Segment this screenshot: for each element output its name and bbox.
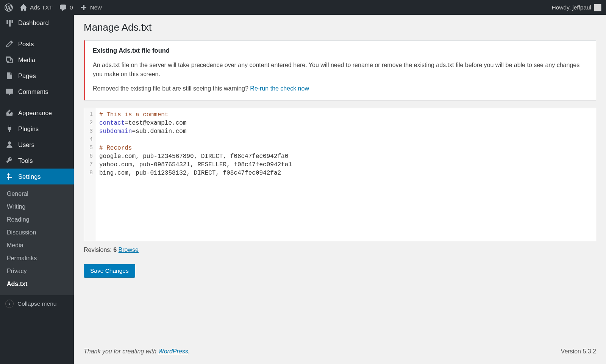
submenu-item[interactable]: General [0, 187, 74, 200]
submenu-item[interactable]: Ads.txt [0, 278, 74, 291]
menu-item-pages[interactable]: Pages [0, 68, 74, 84]
code-line [99, 136, 593, 144]
menu-label: Tools [18, 157, 33, 164]
menu-item-comments[interactable]: Comments [0, 84, 74, 100]
avatar [594, 4, 601, 11]
menu-items: DashboardPostsMediaPagesCommentsAppearan… [0, 15, 74, 184]
comment-icon [59, 4, 67, 11]
menu-label: Media [18, 56, 35, 64]
menu-label: Comments [18, 88, 48, 95]
tools-icon [5, 156, 14, 165]
site-name-link[interactable]: Ads TXT [20, 4, 53, 11]
wp-logo[interactable] [5, 3, 13, 12]
dashboard-icon [5, 19, 14, 27]
submenu-item[interactable]: Permalinks [0, 252, 74, 265]
menu-label: Posts [18, 41, 34, 48]
code-line: yahoo.com, pub-0987654321, RESELLER, f08… [99, 161, 593, 169]
page-title: Manage Ads.txt [84, 22, 596, 33]
appearance-icon [5, 109, 14, 117]
save-button[interactable]: Save Changes [84, 264, 135, 278]
code-line: bing.com, pub-0112358132, DIRECT, f08c47… [99, 169, 593, 177]
code-line: google.com, pub-1234567890, DIRECT, f08c… [99, 152, 593, 161]
collapse-icon [5, 300, 14, 308]
footer-wordpress-link[interactable]: WordPress [158, 348, 188, 355]
menu-label: Settings [18, 173, 41, 180]
menu-item-posts[interactable]: Posts [0, 36, 74, 52]
code-line: # This is a comment [99, 111, 593, 119]
code-editor[interactable]: 12345678 # This is a commentcontact=test… [84, 108, 596, 241]
revisions-count: 6 [113, 247, 117, 253]
settings-icon [5, 172, 14, 181]
wpfooter: Thank you for creating with WordPress. V… [74, 341, 606, 364]
line-numbers: 12345678 [84, 108, 96, 241]
adminbar-left: Ads TXT 0 New [5, 3, 102, 12]
submenu-item[interactable]: Discussion [0, 226, 74, 239]
adminbar-right: Howdy, jeffpaul [551, 4, 601, 11]
footer-thanks: Thank you for creating with WordPress. [84, 348, 190, 355]
home-icon [20, 4, 27, 11]
plugins-icon [5, 125, 14, 133]
menu-item-users[interactable]: Users [0, 137, 74, 153]
footer-version: Version 5.3.2 [561, 348, 596, 355]
howdy-prefix: Howdy, [551, 4, 572, 11]
comments-link[interactable]: 0 [59, 4, 73, 11]
wordpress-icon [5, 3, 13, 12]
new-label: New [90, 4, 102, 11]
submenu-item[interactable]: Privacy [0, 265, 74, 278]
notice-ads-txt-exists: Existing Ads.txt file found An ads.txt f… [84, 40, 596, 100]
my-account-link[interactable]: Howdy, jeffpaul [551, 4, 601, 11]
new-content[interactable]: New [80, 4, 102, 11]
code-content[interactable]: # This is a commentcontact=test@example.… [96, 108, 596, 241]
notice-body: An ads.txt file on the server will take … [93, 61, 588, 79]
posts-icon [5, 40, 14, 48]
menu-item-settings[interactable]: Settings [0, 169, 74, 184]
site-name: Ads TXT [30, 4, 53, 11]
collapse-label: Collapse menu [17, 300, 56, 307]
submenu-item[interactable]: Media [0, 239, 74, 252]
notice-prompt: Removed the existing file but are still … [93, 84, 588, 93]
submenu-item[interactable]: Reading [0, 213, 74, 226]
wrap: Manage Ads.txt Existing Ads.txt file fou… [74, 15, 606, 341]
media-icon [5, 56, 14, 64]
adminmenu: DashboardPostsMediaPagesCommentsAppearan… [0, 15, 74, 364]
menu-label: Pages [18, 72, 36, 80]
menu-label: Users [18, 141, 34, 148]
users-icon [5, 141, 14, 149]
notice-title: Existing Ads.txt file found [93, 46, 588, 55]
menu-item-media[interactable]: Media [0, 52, 74, 68]
pages-icon [5, 72, 14, 80]
collapse-menu[interactable]: Collapse menu [0, 295, 74, 312]
submenu-item[interactable]: Writing [0, 200, 74, 213]
revisions-browse-link[interactable]: Browse [119, 247, 139, 253]
menu-label: Dashboard [18, 19, 49, 27]
code-line: subdomain=sub.domain.com [99, 127, 593, 136]
user-display-name: jeffpaul [572, 4, 591, 11]
wpcontent: Manage Ads.txt Existing Ads.txt file fou… [74, 0, 606, 364]
settings-submenu: GeneralWritingReadingDiscussionMediaPerm… [0, 184, 74, 295]
plus-icon [80, 4, 87, 11]
adminbar: Ads TXT 0 New Howdy, jeffpaul [0, 0, 606, 15]
comments-icon [5, 87, 14, 96]
rerun-check-link[interactable]: Re-run the check now [250, 85, 309, 92]
code-line: # Records [99, 144, 593, 152]
menu-item-dashboard[interactable]: Dashboard [0, 15, 74, 31]
menu-label: Appearance [18, 109, 52, 117]
revisions-row: Revisions: 6 Browse [84, 247, 596, 253]
menu-item-plugins[interactable]: Plugins [0, 121, 74, 137]
menu-label: Plugins [18, 125, 39, 133]
menu-item-appearance[interactable]: Appearance [0, 105, 74, 121]
code-line: contact=test@example.com [99, 119, 593, 127]
revisions-label: Revisions: [84, 247, 113, 253]
comment-count: 0 [70, 4, 73, 11]
menu-item-tools[interactable]: Tools [0, 153, 74, 169]
